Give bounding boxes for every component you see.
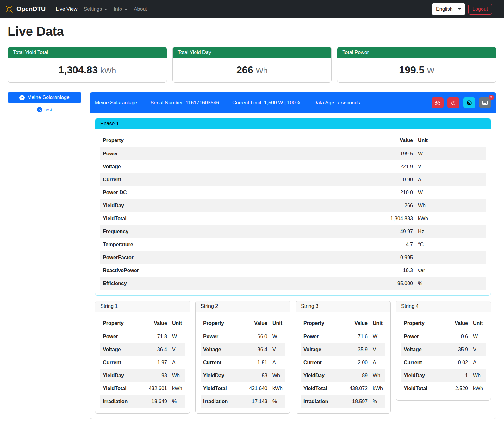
chevron-down-icon [104, 9, 107, 10]
table-row: Irradiation18.597% [301, 395, 385, 408]
row-unit: W [170, 330, 185, 343]
row-value: 0.995 [289, 251, 415, 264]
string-card: String 4 Property Value Unit Power0.6WVo… [396, 301, 491, 401]
row-value: 18.649 [139, 395, 170, 408]
row-value: 66.0 [240, 330, 270, 343]
nav-live-view[interactable]: Live View [53, 4, 80, 15]
row-value: 0.6 [444, 330, 470, 343]
limit-settings-button[interactable] [432, 97, 444, 108]
row-value: 35.9 [340, 343, 370, 356]
sun-icon [4, 4, 14, 14]
row-property: Irradiation [301, 395, 340, 408]
inverter-panel: Meine Solaranlage Serial Number: 1161716… [90, 92, 496, 419]
string-card: String 2 Property Value Unit Power66.0WV… [195, 301, 290, 414]
table-row: Power66.0W [201, 330, 285, 343]
row-value: 36.4 [240, 343, 270, 356]
row-property: Current [100, 356, 139, 369]
row-property: Voltage [301, 343, 340, 356]
chevron-down-icon [458, 8, 461, 10]
row-property: Power [100, 330, 139, 343]
row-value: 93 [139, 369, 170, 382]
table-row: YieldTotal1,304.833kWh [100, 212, 486, 225]
nav-about[interactable]: About [131, 4, 150, 15]
table-row: Current0.90A [100, 173, 486, 186]
table-row: Voltage36.4V [201, 343, 285, 356]
summary-card-total-power: Total Power 199.5W [337, 47, 496, 83]
table-row: YieldDay1Wh [401, 369, 486, 382]
row-property: YieldTotal [100, 212, 289, 225]
row-property: Voltage [100, 160, 289, 173]
row-property: YieldTotal [301, 382, 340, 395]
table-row: Current0.02A [401, 356, 486, 369]
row-unit: V [470, 343, 486, 356]
inverter-select-button[interactable]: Meine Solaranlage [8, 92, 81, 103]
table-row: Temperature4.7°C [100, 238, 486, 251]
logout-button[interactable]: Logout [468, 4, 492, 15]
row-property: Frequency [100, 225, 289, 238]
table-row: Voltage35.9V [301, 343, 385, 356]
string-card-title: String 4 [396, 301, 491, 312]
table-row: Current1.97A [100, 356, 185, 369]
device-info-button[interactable] [463, 97, 475, 108]
language-select[interactable]: English [432, 3, 465, 15]
inverter-item-label: test [44, 107, 52, 112]
column-unit: Unit [170, 317, 185, 330]
inverter-item-test[interactable]: test [8, 107, 81, 112]
power-button[interactable] [447, 97, 459, 108]
row-property: Power [401, 330, 444, 343]
column-property: Property [401, 317, 444, 330]
table-row: Power71.8W [100, 330, 185, 343]
summary-cards-row: Total Yield Total 1,304.83kWh Total Yiel… [8, 47, 496, 83]
table-row: Power71.6W [301, 330, 385, 343]
row-value: 17.143 [240, 395, 270, 408]
row-unit: kWh [370, 382, 385, 395]
column-property: Property [100, 317, 139, 330]
row-property: Irradiation [100, 395, 139, 408]
serial-number: Serial Number: 116171603546 [150, 100, 219, 106]
table-header-row: Property Value Unit [100, 317, 185, 330]
summary-card-value: 266 [236, 64, 253, 76]
table-row: YieldDay83Wh [201, 369, 285, 382]
top-navbar: OpenDTU Live View Settings Info About En… [0, 0, 504, 18]
summary-card-yield-day: Total Yield Day 266Wh [172, 47, 332, 83]
string-table: Property Value Unit Power71.8WVoltage36.… [100, 317, 185, 408]
column-unit: Unit [270, 317, 285, 330]
inverter-name: Meine Solaranlage [95, 100, 137, 106]
data-age: Data Age: 7 seconds [313, 100, 360, 106]
column-value: Value [340, 317, 370, 330]
summary-card-title: Total Yield Total [8, 47, 167, 58]
phase-card: Phase 1 Property Value Unit Power199.5WV… [95, 118, 491, 296]
row-unit: kWh [415, 212, 486, 225]
navbar-right: English Logout [432, 3, 500, 15]
table-header-row: Property Value Unit [201, 317, 285, 330]
row-unit: W [370, 330, 385, 343]
table-header-row: Property Value Unit [100, 134, 486, 147]
nav-settings[interactable]: Settings [80, 4, 110, 15]
brand[interactable]: OpenDTU [4, 4, 46, 14]
row-value: 71.8 [139, 330, 170, 343]
nav-info[interactable]: Info [110, 4, 131, 15]
table-row: Current1.81A [201, 356, 285, 369]
row-unit: V [170, 343, 185, 356]
string-table: Property Value Unit Power0.6WVoltage35.9… [401, 317, 486, 395]
table-row: Current2.00A [301, 356, 385, 369]
row-property: Voltage [100, 343, 139, 356]
current-limit: Current Limit: 1,500 W | 100% [232, 100, 300, 106]
row-property: Power DC [100, 186, 289, 199]
row-property: YieldTotal [401, 382, 444, 395]
row-unit: % [415, 277, 486, 290]
row-unit: °C [415, 238, 486, 251]
table-header-row: Property Value Unit [401, 317, 486, 330]
row-unit: % [370, 395, 385, 408]
row-unit: % [270, 395, 285, 408]
row-unit: A [370, 356, 385, 369]
speedometer-icon [435, 100, 440, 105]
row-unit: var [415, 264, 486, 277]
table-row: Voltage35.9V [401, 343, 486, 356]
row-value: 438.072 [340, 382, 370, 395]
event-log-button[interactable]: 2 [479, 97, 491, 108]
row-property: Efficiency [100, 277, 289, 290]
row-value: 1.97 [139, 356, 170, 369]
row-value: 0.90 [289, 173, 415, 186]
summary-card-value: 199.5 [399, 64, 424, 76]
